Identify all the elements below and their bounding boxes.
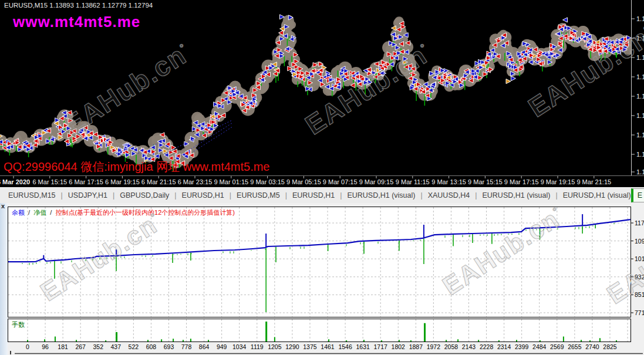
tab-separator: | bbox=[555, 191, 557, 200]
time-axis-label: 9 Mar 19:15 bbox=[541, 178, 575, 185]
price-axis-label: 1.13 bbox=[636, 93, 644, 100]
y-axis-label: 9324 bbox=[635, 273, 644, 280]
lots-panel-label: 手数 bbox=[12, 320, 25, 329]
x-axis-label: 1375 bbox=[303, 343, 317, 350]
x-axis-label: 96 bbox=[42, 343, 49, 350]
x-axis-label: 522 bbox=[129, 343, 139, 350]
time-axis-label: 9 Mar 15:15 bbox=[468, 178, 503, 185]
price-axis-label: 1.14 bbox=[636, 15, 644, 22]
tester-graph-panel: 1174109310139324851777100961812673524375… bbox=[0, 203, 644, 355]
price-axis-label: 1.14 bbox=[636, 54, 644, 61]
tab-active-label: E bbox=[638, 191, 642, 200]
x-axis-label: 1461 bbox=[321, 343, 335, 350]
tab-usdjpy-h1[interactable]: USDJPY,H1 bbox=[68, 191, 107, 200]
x-axis-label: 864 bbox=[199, 343, 210, 350]
x-axis-label: 1034 bbox=[232, 343, 247, 350]
tab-separator: | bbox=[61, 191, 63, 200]
price-axis-label: 1.14 bbox=[636, 35, 644, 42]
price-axis-label: 1.12 bbox=[636, 168, 644, 175]
y-axis-label: 7710 bbox=[635, 309, 644, 316]
x-axis-label: 608 bbox=[146, 343, 157, 350]
legend-control-points: 控制点(基于最近的小一级时段内的12个控制点的分形插值计算) bbox=[55, 209, 235, 216]
tab-eurusd-h1-visual-[interactable]: EURUSD,H1 (visual) bbox=[482, 191, 550, 200]
time-axis-label: 6 Mar 19:15 bbox=[105, 178, 140, 185]
legend-balance: 余额 bbox=[12, 209, 25, 216]
tab-separator: | bbox=[475, 191, 477, 200]
tester-legend: 余额 / 净值 / 控制点(基于最近的小一级时段内的12个控制点的分形插值计算) bbox=[12, 208, 235, 217]
tab-xauusd-h4[interactable]: XAUUSD,H4 bbox=[428, 191, 470, 200]
x-axis-label: 437 bbox=[111, 343, 122, 350]
legend-separator: / bbox=[50, 209, 52, 216]
y-axis-label: 1174 bbox=[635, 219, 644, 226]
x-axis-label: 1205 bbox=[268, 343, 282, 350]
cluster-halos bbox=[0, 15, 636, 168]
x-axis-label: 1802 bbox=[392, 343, 406, 350]
x-axis-label: 2569 bbox=[550, 343, 564, 350]
tab-eurusd-h1[interactable]: EURUSD,H1 bbox=[292, 191, 335, 200]
x-axis-label: 2740 bbox=[585, 343, 599, 350]
price-axis-label: 1.13 bbox=[636, 112, 644, 119]
time-axis-label: 6 Mar 17:15 bbox=[69, 178, 103, 185]
time-axis-label: 6 Mar 21:15 bbox=[141, 178, 176, 185]
y-axis-label: 1013 bbox=[635, 255, 644, 262]
candlestick-chart-panel[interactable]: 1.141.141.141.141.131.131.131.131.126 Ma… bbox=[0, 0, 644, 187]
time-axis-label: 6 Mar 23:15 bbox=[178, 178, 213, 185]
legend-equity: 净值 bbox=[33, 209, 46, 216]
balance-panel[interactable] bbox=[8, 207, 631, 317]
close-icon[interactable]: x bbox=[1, 203, 5, 209]
time-axis-label: 9 Mar 03:15 bbox=[250, 178, 285, 185]
tab-eurusd-m5[interactable]: EURUSD,M5 bbox=[237, 191, 280, 200]
tester-side-strip bbox=[0, 203, 8, 355]
time-axis-label: 9 Mar 21:15 bbox=[576, 178, 611, 185]
x-axis-label: 2314 bbox=[497, 343, 511, 350]
x-axis-label: 2399 bbox=[515, 343, 529, 350]
tab-eurusd-h1-visual-[interactable]: EURUSD,H1 (visual) bbox=[347, 191, 415, 200]
x-axis-label: 352 bbox=[93, 343, 103, 350]
x-axis-label: 1972 bbox=[427, 343, 441, 350]
x-axis-label: 1119 bbox=[251, 343, 264, 350]
x-axis-label: 0 bbox=[26, 343, 29, 350]
watermark-magenta: www.mt4mt5.me bbox=[13, 13, 140, 31]
tab-gbpusd-daily[interactable]: GBPUSD,Daily bbox=[120, 191, 169, 200]
x-axis-label: 2484 bbox=[532, 343, 547, 350]
time-axis-label: 9 Mar 09:15 bbox=[359, 178, 394, 185]
chart-tabs: EURUSD,M15|USDJPY,H1|GBPUSD,Daily|EURUSD… bbox=[8, 191, 631, 200]
price-axis-label: 1.14 bbox=[636, 73, 644, 80]
y-axis-label: 1093 bbox=[635, 238, 644, 245]
time-axis-label: 6 Mar 2020 bbox=[0, 178, 30, 185]
time-axis-label: 9 Mar 17:15 bbox=[504, 178, 539, 185]
x-axis-label: 2228 bbox=[480, 343, 494, 350]
tab-eurusd-h1[interactable]: EURUSD,H1 bbox=[182, 191, 224, 200]
tab-separator: | bbox=[113, 191, 114, 200]
x-axis-label: 949 bbox=[217, 343, 227, 350]
tab-eurusd-h1-visual-[interactable]: EURUSD,H1 (visual) bbox=[563, 191, 631, 200]
x-axis-label: 1887 bbox=[409, 343, 423, 350]
x-axis-label: 1717 bbox=[374, 343, 388, 350]
tab-separator: | bbox=[174, 191, 176, 200]
x-axis-label: 267 bbox=[75, 343, 86, 350]
watermark-red: QQ:29996044 微信:imyingjia 网址 www.mt4mt5.m… bbox=[4, 159, 270, 175]
x-axis-label: 2825 bbox=[603, 343, 617, 350]
x-axis-label: 693 bbox=[164, 343, 174, 350]
time-axis-label: 9 Mar 05:15 bbox=[286, 178, 321, 185]
tester-graph-canvas[interactable]: 1174109310139324851777100961812673524375… bbox=[0, 203, 644, 355]
tab-separator: | bbox=[230, 191, 231, 200]
tab-separator: | bbox=[340, 191, 342, 200]
tab-separator: | bbox=[285, 191, 287, 200]
tab-eurusd-m15[interactable]: EURUSD,M15 bbox=[8, 191, 56, 200]
x-axis-label: 1631 bbox=[356, 343, 370, 350]
x-axis-label: 2143 bbox=[462, 343, 476, 350]
trade-arrows bbox=[0, 15, 631, 168]
x-axis-label: 181 bbox=[58, 343, 68, 350]
tab-separator: | bbox=[420, 191, 422, 200]
x-axis-label: 778 bbox=[181, 343, 192, 350]
price-cluster-band bbox=[0, 15, 636, 171]
tab-active-eurusd[interactable]: E bbox=[631, 188, 644, 202]
x-axis-label: 1546 bbox=[338, 343, 352, 350]
lots-panel[interactable] bbox=[8, 319, 631, 342]
time-axis-label: 9 Mar 13:15 bbox=[431, 178, 466, 185]
chart-tab-bar: EURUSD,M15|USDJPY,H1|GBPUSD,Daily|EURUSD… bbox=[0, 187, 644, 203]
mt4-window: 1.141.141.141.141.131.131.131.131.126 Ma… bbox=[0, 0, 644, 355]
price-axis-label: 1.13 bbox=[636, 131, 644, 138]
price-axis-label: 1.13 bbox=[636, 151, 644, 158]
